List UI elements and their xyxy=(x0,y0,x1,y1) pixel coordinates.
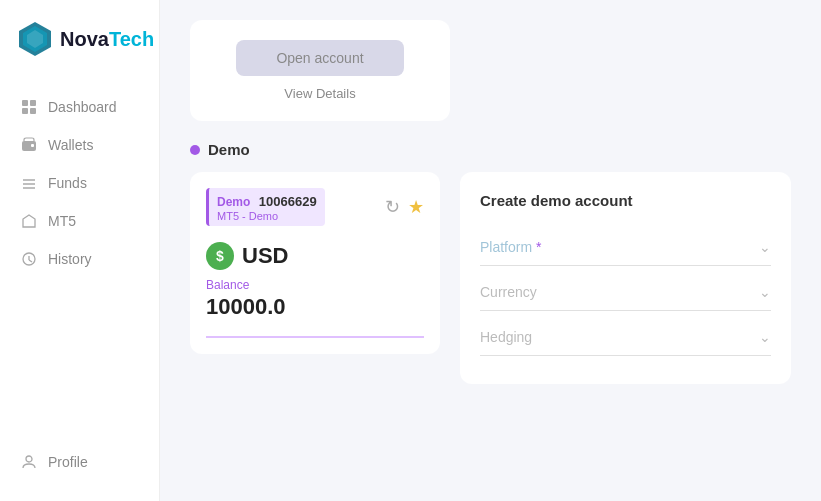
currency-name: USD xyxy=(242,243,288,269)
currency-dollar-icon: $ xyxy=(206,242,234,270)
profile-label: Profile xyxy=(48,454,88,470)
svg-marker-12 xyxy=(23,215,35,227)
history-clock-icon[interactable]: ↻ xyxy=(385,196,400,218)
open-account-card: Open account View Details xyxy=(190,20,450,121)
mt5-label: MT5 xyxy=(48,213,76,229)
demo-card-footer xyxy=(206,336,424,338)
svg-rect-3 xyxy=(22,100,28,106)
sidebar: NovaTech Dashboard Wallets xyxy=(0,0,160,501)
sidebar-item-history[interactable]: History xyxy=(0,240,159,278)
hedging-label: Hedging xyxy=(480,329,532,345)
favourite-star-icon[interactable]: ★ xyxy=(408,196,424,218)
svg-rect-8 xyxy=(31,144,34,147)
create-demo-panel: Create demo account Platform ⌄ Currency … xyxy=(460,172,791,384)
demo-dot xyxy=(190,145,200,155)
platform-chevron-icon: ⌄ xyxy=(759,239,771,255)
dashboard-icon xyxy=(20,98,38,116)
demo-label: Demo xyxy=(208,141,250,158)
profile-icon xyxy=(20,453,38,471)
svg-point-16 xyxy=(26,456,32,462)
create-demo-title: Create demo account xyxy=(480,192,771,209)
demo-account-sub: MT5 - Demo xyxy=(217,210,317,222)
wallets-label: Wallets xyxy=(48,137,93,153)
svg-line-15 xyxy=(29,260,32,262)
open-account-button[interactable]: Open account xyxy=(236,40,403,76)
logo-text: NovaTech xyxy=(60,28,154,51)
sidebar-item-mt5[interactable]: MT5 xyxy=(0,202,159,240)
svg-rect-4 xyxy=(30,100,36,106)
hedging-field[interactable]: Hedging ⌄ xyxy=(480,319,771,356)
demo-badge: Demo 10066629 MT5 - Demo xyxy=(206,188,325,226)
dashboard-label: Dashboard xyxy=(48,99,117,115)
svg-rect-5 xyxy=(22,108,28,114)
logo: NovaTech xyxy=(0,20,159,88)
funds-label: Funds xyxy=(48,175,87,191)
currency-label: Currency xyxy=(480,284,537,300)
demo-card-header: Demo 10066629 MT5 - Demo ↻ ★ xyxy=(206,188,424,226)
hedging-chevron-icon: ⌄ xyxy=(759,329,771,345)
wallets-icon xyxy=(20,136,38,154)
platform-label: Platform xyxy=(480,239,541,255)
logo-icon xyxy=(16,20,54,58)
funds-icon xyxy=(20,174,38,192)
sidebar-item-wallets[interactable]: Wallets xyxy=(0,126,159,164)
balance-label: Balance xyxy=(206,278,424,292)
demo-card-icons: ↻ ★ xyxy=(385,196,424,218)
demo-account-number: 10066629 xyxy=(259,194,317,209)
sidebar-item-funds[interactable]: Funds xyxy=(0,164,159,202)
demo-row: Demo 10066629 MT5 - Demo ↻ ★ $ USD Balan… xyxy=(190,172,791,384)
svg-rect-6 xyxy=(30,108,36,114)
demo-section-label: Demo xyxy=(190,141,791,158)
history-icon xyxy=(20,250,38,268)
mt5-icon xyxy=(20,212,38,230)
sidebar-item-dashboard[interactable]: Dashboard xyxy=(0,88,159,126)
balance-value: 10000.0 xyxy=(206,294,424,320)
demo-currency-row: $ USD xyxy=(206,242,424,270)
demo-account-card: Demo 10066629 MT5 - Demo ↻ ★ $ USD Balan… xyxy=(190,172,440,354)
platform-field[interactable]: Platform ⌄ xyxy=(480,229,771,266)
view-details-button[interactable]: View Details xyxy=(284,86,355,101)
currency-field[interactable]: Currency ⌄ xyxy=(480,274,771,311)
demo-account-demo-label: Demo xyxy=(217,195,250,209)
history-label: History xyxy=(48,251,92,267)
currency-chevron-icon: ⌄ xyxy=(759,284,771,300)
sidebar-item-profile[interactable]: Profile xyxy=(0,443,159,481)
main-content: Open account View Details Demo Demo 1006… xyxy=(160,0,821,501)
